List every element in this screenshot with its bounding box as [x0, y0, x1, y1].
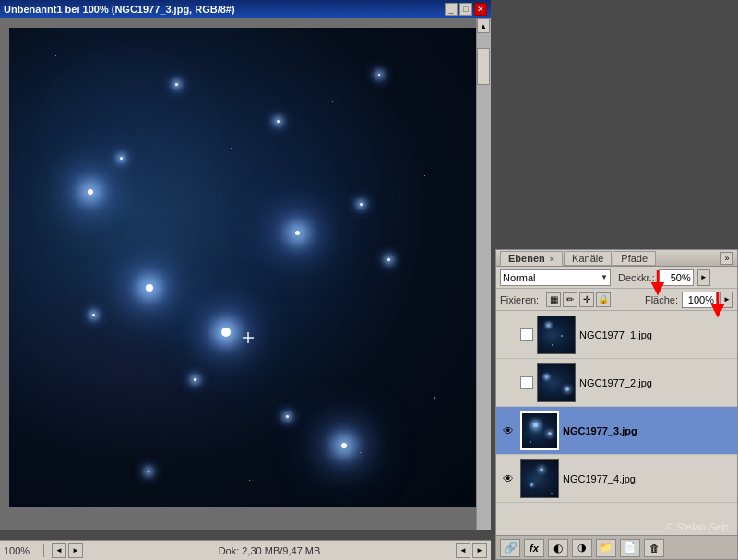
layer-1-thumbnail	[537, 316, 576, 354]
star-large-4	[341, 443, 347, 448]
new-layer-button[interactable]: 📄	[620, 539, 640, 557]
blend-mode-select[interactable]: Normal ▼	[500, 269, 611, 286]
scroll-up-button[interactable]: ▲	[477, 18, 490, 33]
panel-collapse-button[interactable]: »	[720, 252, 733, 265]
window-title: Unbenannt1 bei 100% (NGC1977_3.jpg, RGB/…	[4, 4, 235, 15]
tab-kanaele-label: Kanäle	[572, 253, 603, 264]
layer-2-name: NGC1977_2.jpg	[579, 377, 652, 388]
canvas-scrollbar-vertical[interactable]: ▲	[476, 18, 491, 530]
status-arrows-right: ◄ ►	[456, 543, 487, 558]
star-s-5	[415, 351, 416, 351]
layer-3-eye[interactable]: 👁	[500, 423, 517, 439]
star-large-3	[221, 328, 231, 337]
lock-label: Fixieren:	[500, 294, 539, 305]
minimize-button[interactable]: _	[445, 3, 458, 16]
panel-arrow[interactable]: »	[720, 252, 733, 265]
status-nav-prev[interactable]: ◄	[456, 543, 470, 558]
crosshair	[243, 332, 254, 343]
scroll-thumb[interactable]	[477, 48, 490, 85]
status-bar: 100% ◄ ► Dok: 2,30 MB/9,47 MB ◄ ►	[0, 540, 491, 560]
layer-mask-button[interactable]: ◐	[548, 539, 568, 557]
thumb-star-1-2	[561, 335, 563, 337]
canvas-image	[9, 28, 476, 507]
star-m-8	[286, 415, 289, 418]
tab-ebenen[interactable]: Ebenen ×	[500, 251, 563, 266]
opacity-input[interactable]: 50%	[659, 269, 694, 286]
tab-ebenen-label: Ebenen	[508, 253, 545, 264]
star-s-8	[231, 148, 232, 149]
thumb-star-4-2	[530, 483, 533, 486]
title-bar: Unbenannt1 bei 100% (NGC1977_3.jpg, RGB/…	[0, 0, 491, 18]
maximize-button[interactable]: □	[459, 3, 472, 16]
layer-item-3[interactable]: 👁 NGC1977_3.jpg	[496, 407, 737, 455]
star-s-9	[434, 397, 435, 399]
layer-3-name: NGC1977_3.jpg	[563, 425, 637, 436]
status-next-button[interactable]: ►	[68, 543, 83, 558]
star-m-7	[194, 378, 196, 381]
fill-value: 100%	[688, 294, 714, 305]
star-m-2	[277, 120, 280, 123]
zoom-level: 100%	[4, 545, 36, 556]
layers-panel: Ebenen × Kanäle Pfade » Normal ▼ Deckkr.…	[495, 249, 738, 560]
lock-transparent-button[interactable]: ▦	[546, 292, 561, 307]
canvas-area	[0, 18, 491, 530]
layer-4-eye[interactable]: 👁	[500, 471, 517, 487]
window-controls: _ □ ✕	[445, 3, 487, 16]
star-m-1	[175, 83, 178, 86]
thumb-star-3-3	[530, 441, 531, 443]
thumb-star-2-2	[565, 387, 569, 391]
layer-1-checkbox[interactable]	[520, 328, 533, 341]
star-large-5	[295, 231, 300, 235]
blend-row: Normal ▼ Deckkr.: 50% ►	[496, 267, 737, 289]
star-m-5	[387, 258, 390, 261]
delete-layer-button[interactable]: 🗑	[644, 539, 664, 557]
fill-input[interactable]: 100%	[682, 292, 717, 308]
layer-style-button[interactable]: fx	[524, 539, 544, 557]
star-large-1	[88, 189, 93, 195]
layer-item-4[interactable]: 👁 NGC1977_4.jpg	[496, 455, 737, 503]
lock-position-button[interactable]: ✛	[579, 292, 594, 307]
status-prev-button[interactable]: ◄	[52, 543, 66, 558]
adjustment-layer-button[interactable]: ◑	[572, 539, 592, 557]
layer-item-1[interactable]: 👁 NGC1977_1.jpg	[496, 311, 737, 359]
panel-toolbar: 🔗 fx ◐ ◑ 📁 📄 🗑	[496, 535, 737, 559]
thumb-star-4-3	[551, 493, 553, 494]
layer-group-button[interactable]: 📁	[596, 539, 616, 557]
lock-all-button[interactable]: 🔒	[596, 292, 611, 307]
tab-ebenen-close[interactable]: ×	[550, 255, 554, 264]
star-s-4	[65, 240, 65, 241]
layer-2-checkbox[interactable]	[520, 376, 533, 389]
panel-tabs: Ebenen × Kanäle Pfade	[500, 251, 657, 266]
lock-icons: ▦ ✏ ✛ 🔒	[546, 292, 611, 307]
layer-item-2[interactable]: 👁 NGC1977_2.jpg	[496, 359, 737, 407]
fill-arrow-button[interactable]: ►	[720, 292, 733, 308]
star-large-2	[146, 284, 153, 292]
status-arrows: ◄ ►	[52, 543, 83, 558]
opacity-value: 50%	[671, 272, 691, 283]
star-m-4	[360, 203, 363, 206]
link-layers-button[interactable]: 🔗	[500, 539, 520, 557]
layer-1-name: NGC1977_1.jpg	[579, 329, 652, 340]
nebula-cloud-5	[194, 74, 424, 258]
tab-pfade-label: Pfade	[621, 253, 648, 264]
lock-row: Fixieren: ▦ ✏ ✛ 🔒 Fläche: 100% ►	[496, 289, 737, 311]
status-nav-next[interactable]: ►	[472, 543, 487, 558]
thumb-star-4-1	[540, 468, 543, 471]
lock-image-button[interactable]: ✏	[563, 292, 577, 307]
tab-kanaele[interactable]: Kanäle	[564, 251, 612, 266]
layer-3-thumbnail	[520, 411, 559, 450]
star-s-1	[55, 55, 56, 56]
close-button[interactable]: ✕	[474, 3, 487, 16]
opacity-arrow-button[interactable]: ►	[697, 269, 710, 286]
star-s-7	[249, 480, 250, 481]
opacity-label: Deckkr.:	[618, 272, 655, 283]
tab-pfade[interactable]: Pfade	[613, 251, 656, 266]
star-s-3	[424, 175, 425, 176]
layer-2-thumbnail	[537, 363, 576, 402]
copyright-text: © Stefan Seip	[666, 521, 729, 532]
star-m-3	[120, 157, 123, 160]
blend-mode-value: Normal	[503, 272, 535, 283]
fill-label: Fläche:	[645, 294, 678, 305]
layers-list: 👁 NGC1977_1.jpg 👁 NGC1977_2.jpg 👁	[496, 311, 737, 503]
star-s-2	[332, 101, 333, 102]
